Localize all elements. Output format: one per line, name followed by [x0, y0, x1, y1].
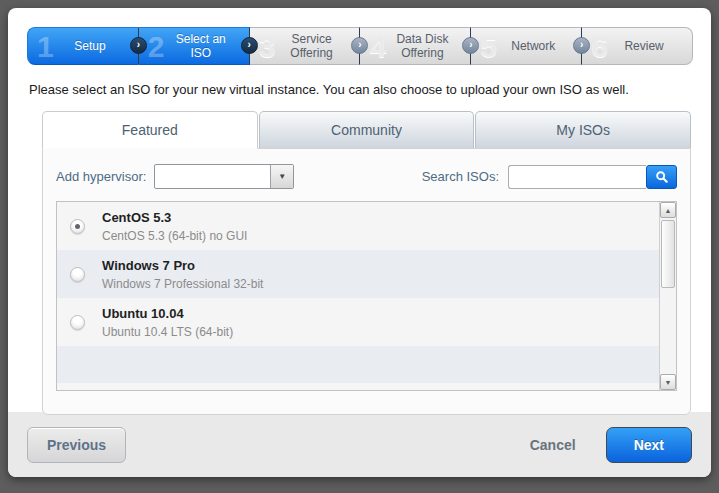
- step-description-text: Please select an ISO for your new virtua…: [29, 82, 691, 97]
- iso-row-centos[interactable]: CentOS 5.3 CentOS 5.3 (64-bit) no GUI: [57, 202, 659, 250]
- step-label: Network: [511, 39, 555, 53]
- radio-button[interactable]: [70, 315, 85, 330]
- iso-tabs: Featured Community My ISOs: [42, 111, 691, 148]
- wizard-steps-bar: 1 Setup › 2 Select an ISO › 3 Service Of…: [27, 27, 693, 65]
- previous-button[interactable]: Previous: [27, 427, 126, 463]
- step-select-an-iso[interactable]: 2 Select an ISO ›: [139, 27, 250, 65]
- wizard-footer: Previous Cancel Next: [8, 412, 711, 477]
- iso-title: Windows 7 Pro: [102, 258, 263, 273]
- scroll-up-icon[interactable]: ▲: [660, 202, 676, 218]
- step-service-offering[interactable]: 3 Service Offering ›: [250, 27, 361, 65]
- search-box: [508, 165, 677, 189]
- add-instance-wizard-dialog: 1 Setup › 2 Select an ISO › 3 Service Of…: [8, 8, 711, 477]
- radio-button[interactable]: [70, 267, 85, 282]
- step-number: 3: [259, 29, 276, 65]
- step-data-disk-offering[interactable]: 4 Data Disk Offering ›: [360, 27, 471, 65]
- list-scrollbar[interactable]: ▲ ▼: [659, 202, 676, 390]
- add-hypervisor-label: Add hypervisor:: [56, 169, 146, 184]
- step-label: Service Offering: [276, 32, 348, 61]
- iso-row-windows[interactable]: Windows 7 Pro Windows 7 Professional 32-…: [57, 250, 659, 298]
- iso-title: Ubuntu 10.04: [102, 306, 233, 321]
- featured-tab-panel: Add hypervisor: ▼ Search ISOs:: [42, 148, 691, 415]
- wizard-content: 1 Setup › 2 Select an ISO › 3 Service Of…: [8, 8, 711, 412]
- iso-subtitle: CentOS 5.3 (64-bit) no GUI: [102, 229, 247, 243]
- cancel-link[interactable]: Cancel: [530, 437, 576, 453]
- search-button[interactable]: [646, 165, 677, 189]
- next-button[interactable]: Next: [606, 427, 692, 463]
- step-number: 5: [480, 29, 497, 65]
- step-label: Setup: [74, 39, 105, 53]
- iso-subtitle: Windows 7 Professional 32-bit: [102, 277, 263, 291]
- empty-row: [57, 346, 659, 383]
- iso-subtitle: Ubuntu 10.4 LTS (64-bit): [102, 325, 233, 339]
- step-number: 4: [369, 29, 386, 65]
- scrollbar-thumb[interactable]: [661, 220, 675, 288]
- list-controls-row: Add hypervisor: ▼ Search ISOs:: [43, 149, 690, 201]
- tab-my-isos[interactable]: My ISOs: [475, 111, 691, 148]
- tab-featured[interactable]: Featured: [42, 111, 258, 149]
- chevron-right-icon: ›: [130, 37, 147, 54]
- iso-text: CentOS 5.3 CentOS 5.3 (64-bit) no GUI: [102, 210, 247, 243]
- step-label: Review: [624, 39, 663, 53]
- hypervisor-select-value: [155, 165, 270, 188]
- step-label: Data Disk Offering: [386, 32, 458, 61]
- iso-list: CentOS 5.3 CentOS 5.3 (64-bit) no GUI Wi…: [56, 201, 677, 391]
- step-number: 1: [37, 29, 54, 65]
- magnifier-icon: [655, 170, 669, 184]
- dropdown-arrow-icon[interactable]: ▼: [270, 165, 293, 188]
- step-review[interactable]: 6 Review: [582, 27, 693, 65]
- iso-title: CentOS 5.3: [102, 210, 247, 225]
- search-input[interactable]: [508, 165, 646, 189]
- radio-button[interactable]: [70, 219, 85, 234]
- step-network[interactable]: 5 Network ›: [471, 27, 582, 65]
- chevron-right-icon: ›: [573, 37, 590, 54]
- iso-text: Ubuntu 10.04 Ubuntu 10.4 LTS (64-bit): [102, 306, 233, 339]
- scroll-down-icon[interactable]: ▼: [660, 374, 676, 390]
- tab-community[interactable]: Community: [259, 111, 475, 148]
- step-number: 6: [591, 29, 608, 65]
- iso-text: Windows 7 Pro Windows 7 Professional 32-…: [102, 258, 263, 291]
- hypervisor-select[interactable]: ▼: [154, 164, 294, 189]
- step-label: Select an ISO: [165, 32, 237, 61]
- chevron-right-icon: ›: [241, 37, 258, 54]
- search-isos-label: Search ISOs:: [422, 169, 499, 184]
- step-number: 2: [148, 29, 165, 65]
- step-setup[interactable]: 1 Setup ›: [27, 27, 139, 65]
- iso-row-ubuntu[interactable]: Ubuntu 10.04 Ubuntu 10.4 LTS (64-bit): [57, 298, 659, 346]
